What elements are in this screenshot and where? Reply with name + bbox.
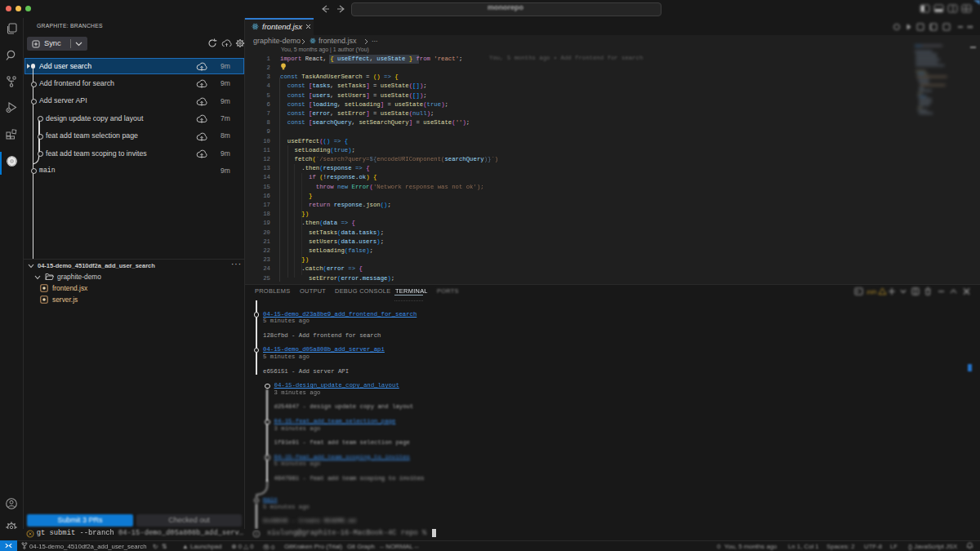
svg-text:zsh: zsh [866, 288, 876, 295]
